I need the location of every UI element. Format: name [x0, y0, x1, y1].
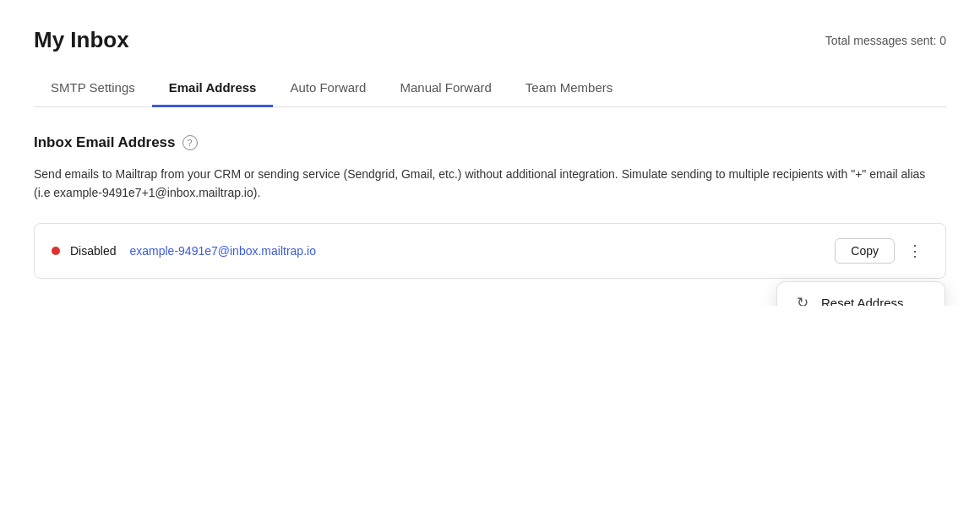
tab-smtp-settings[interactable]: SMTP Settings: [34, 70, 152, 107]
status-dot-disabled: [52, 247, 60, 255]
reset-address-icon: ↻: [794, 294, 811, 306]
tab-manual-forward[interactable]: Manual Forward: [383, 70, 508, 107]
section-description: Send emails to Mailtrap from your CRM or…: [34, 165, 929, 203]
copy-button[interactable]: Copy: [835, 238, 895, 264]
dropdown-menu: ↻ Reset Address ✎ Edit @ Enable: [776, 281, 945, 306]
page-header: My Inbox Total messages sent: 0: [34, 27, 946, 53]
tab-email-address[interactable]: Email Address: [152, 70, 274, 107]
tab-team-members[interactable]: Team Members: [509, 70, 629, 107]
section-title: Inbox Email Address: [34, 134, 176, 151]
section-header: Inbox Email Address ?: [34, 134, 946, 151]
page-container: My Inbox Total messages sent: 0 SMTP Set…: [0, 0, 980, 306]
status-label: Disabled: [70, 244, 116, 258]
dropdown-item-reset-label: Reset Address: [821, 296, 904, 306]
page-title: My Inbox: [34, 27, 129, 53]
row-actions: Copy ⋮: [835, 237, 928, 264]
total-messages: Total messages sent: 0: [825, 34, 946, 47]
help-icon[interactable]: ?: [182, 135, 198, 150]
tabs-nav: SMTP Settings Email Address Auto Forward…: [34, 70, 946, 107]
email-row: Disabled example-9491e7@inbox.mailtrap.i…: [34, 223, 946, 279]
email-address: example-9491e7@inbox.mailtrap.io: [129, 244, 315, 258]
dropdown-item-reset-address[interactable]: ↻ Reset Address: [777, 282, 945, 306]
tab-auto-forward[interactable]: Auto Forward: [273, 70, 383, 107]
more-button[interactable]: ⋮: [901, 237, 928, 264]
